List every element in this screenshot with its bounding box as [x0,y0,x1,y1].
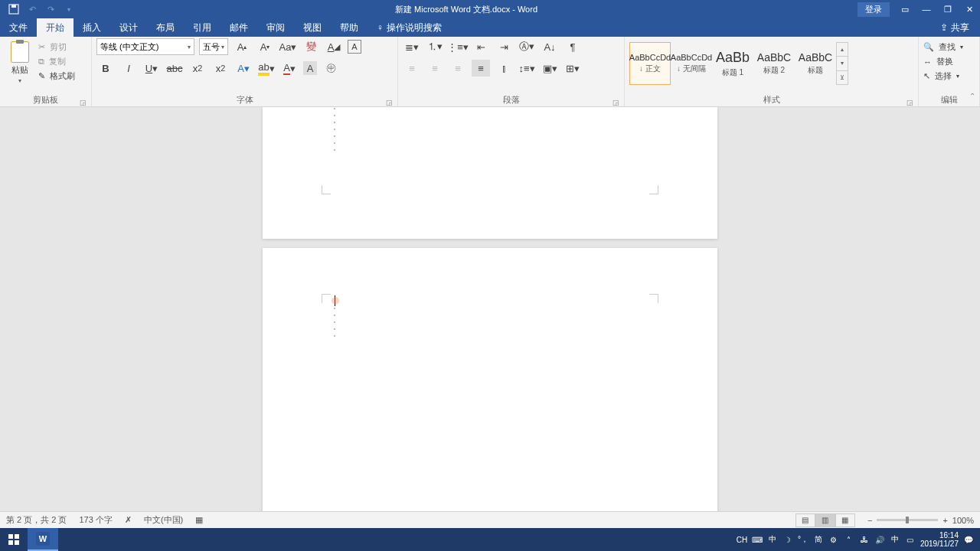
tray-ime-lang-icon[interactable]: 中 [890,534,900,545]
justify-button[interactable]: ≡ [472,60,490,77]
status-words[interactable]: 173 个字 [79,514,112,526]
distribute-button[interactable]: ⫿ [495,60,513,77]
status-page[interactable]: 第 2 页，共 2 页 [6,514,67,526]
format-painter-button[interactable]: ✎格式刷 [38,70,75,82]
zoom-slider[interactable] [877,519,938,521]
styles-expand-button[interactable]: ▴▾⊻ [836,42,848,85]
tray-network-icon[interactable]: 🖧 [859,534,870,545]
enclose-char-button[interactable]: ㊥ [322,60,340,77]
tray-notification-icon[interactable]: 💬 [963,534,974,545]
text-effects-button[interactable]: A▾ [234,60,253,77]
line-spacing-button[interactable]: ↕≡▾ [518,60,536,77]
show-marks-button[interactable]: ¶ [564,38,582,55]
style-normal[interactable]: AaBbCcDd↓ 正文 [629,42,671,85]
status-language[interactable]: 中文(中国) [144,514,183,526]
print-layout-button[interactable]: ▥ [815,514,835,527]
share-button[interactable]: ⇪ 共享 [929,18,980,37]
undo-icon[interactable]: ↶ [26,3,38,15]
numbering-button[interactable]: ⒈▾ [426,38,444,55]
qat-dropdown-icon[interactable]: ▾ [63,3,75,15]
tab-file[interactable]: 文件 [0,18,37,37]
char-border-button[interactable]: A [348,40,361,54]
borders-button[interactable]: ⊞▾ [564,60,582,77]
paragraph-launcher-icon[interactable]: ◲ [612,99,619,106]
minimize-icon[interactable]: — [916,0,937,18]
tab-insert[interactable]: 插入 [74,18,110,37]
tab-tellme[interactable]: ♀ 操作说明搜索 [368,18,451,37]
multilevel-button[interactable]: ⋮≡▾ [449,38,467,55]
document-area[interactable] [0,107,980,511]
macro-icon[interactable]: ▦ [195,515,203,525]
replace-button[interactable]: ↔替换 [923,56,963,67]
align-center-button[interactable]: ≡ [426,60,444,77]
superscript-button[interactable]: x2 [211,60,230,77]
tray-keyboard-icon[interactable]: ⌨ [752,534,763,545]
font-size-combo[interactable]: 五号▾ [199,38,228,55]
tab-design[interactable]: 设计 [110,18,147,37]
zoom-in-button[interactable]: + [942,516,947,525]
web-layout-button[interactable]: ▦ [835,514,855,527]
tab-help[interactable]: 帮助 [331,18,368,37]
phonetic-guide-button[interactable]: 變 [302,38,320,55]
tray-action-center-icon[interactable]: ▭ [905,534,916,545]
tray-ime-zhong-icon[interactable]: 中 [767,534,778,545]
read-mode-button[interactable]: ▤ [795,514,815,527]
tray-clock[interactable]: 16:14 2019/11/27 [920,531,959,548]
change-case-button[interactable]: Aa▾ [279,38,297,55]
decrease-indent-button[interactable]: ⇤ [472,38,490,55]
paste-button[interactable]: 粘贴 ▾ [5,38,35,84]
tray-gear-icon[interactable]: ⚙ [828,534,839,545]
find-button[interactable]: 🔍查找▾ [923,41,963,53]
font-color-button[interactable]: A▾ [280,60,299,77]
align-right-button[interactable]: ≡ [449,60,467,77]
tab-references[interactable]: 引用 [184,18,220,37]
select-button[interactable]: ↖选择▾ [923,70,963,82]
spellcheck-icon[interactable]: ✗ [125,515,132,525]
underline-button[interactable]: U▾ [142,60,161,77]
styles-launcher-icon[interactable]: ◲ [906,99,913,106]
tab-layout[interactable]: 布局 [147,18,184,37]
tab-review[interactable]: 审阅 [257,18,294,37]
page-2[interactable] [263,248,717,511]
asian-layout-button[interactable]: Ⓐ▾ [518,38,536,55]
collapse-ribbon-icon[interactable]: ⌃ [969,92,975,100]
tray-chevron-up-icon[interactable]: ˄ [844,534,854,545]
redo-icon[interactable]: ↷ [44,3,57,15]
tab-view[interactable]: 视图 [294,18,331,37]
tray-volume-icon[interactable]: 🔊 [874,534,885,545]
grow-font-button[interactable]: A▴ [233,38,251,55]
sort-button[interactable]: A↓ [541,38,559,55]
increase-indent-button[interactable]: ⇥ [495,38,513,55]
style-title[interactable]: AaBbC标题 [795,42,836,85]
strikethrough-button[interactable]: abc [165,60,184,77]
char-shading-button[interactable]: A [303,61,317,75]
bullets-button[interactable]: ≣▾ [403,38,421,55]
tray-ime-jian-icon[interactable]: 简 [813,534,824,545]
tray-ch-icon[interactable]: CH [737,534,747,545]
page-1[interactable] [263,107,717,239]
align-left-button[interactable]: ≡ [403,60,421,77]
font-family-combo[interactable]: 等线 (中文正文)▾ [96,38,194,55]
style-nospacing[interactable]: AaBbCcDd↓ 无间隔 [671,42,712,85]
tray-punct-icon[interactable]: °， [798,534,808,545]
maximize-icon[interactable]: ❐ [937,0,959,18]
subscript-button[interactable]: x2 [188,60,207,77]
tab-home[interactable]: 开始 [37,18,74,37]
zoom-level[interactable]: 100% [952,516,974,525]
shading-button[interactable]: ▣▾ [541,60,559,77]
login-button[interactable]: 登录 [858,2,890,17]
style-heading1[interactable]: AaBb标题 1 [712,42,753,85]
bold-button[interactable]: B [96,60,115,77]
clipboard-launcher-icon[interactable]: ◲ [80,99,87,106]
clear-formatting-button[interactable]: A◢ [325,38,343,55]
style-heading2[interactable]: AaBbC标题 2 [753,42,795,85]
close-icon[interactable]: ✕ [959,0,980,18]
save-icon[interactable] [8,3,20,15]
ribbon-display-icon[interactable]: ▭ [894,0,916,18]
tab-mail[interactable]: 邮件 [220,18,257,37]
italic-button[interactable]: I [119,60,138,77]
highlight-button[interactable]: ab▾ [257,60,276,77]
shrink-font-button[interactable]: A▾ [256,38,274,55]
font-launcher-icon[interactable]: ◲ [386,99,393,106]
zoom-out-button[interactable]: − [867,516,872,525]
